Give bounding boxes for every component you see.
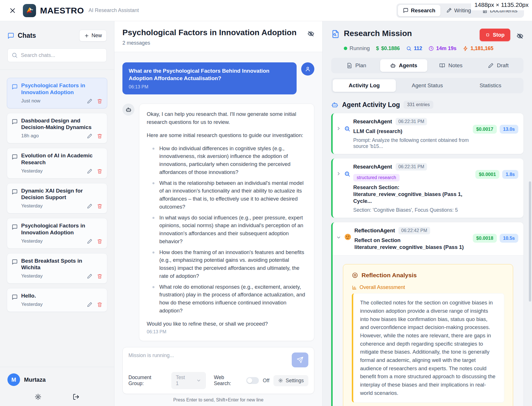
activity-log-list: ResearchAgent 06:22:31 PM LLM Call (rese… xyxy=(323,113,532,406)
entry-title: Research Section: literature_review_cogn… xyxy=(353,184,473,205)
edit-chat-icon[interactable] xyxy=(87,301,92,308)
tab-draft[interactable]: Draft xyxy=(475,59,522,72)
entry-title: Reflect on Section literature_review_cog… xyxy=(354,237,470,251)
agent-name: ReflectionAgent xyxy=(354,227,395,234)
entry-expanded-content: Reflection Analysis Overall Assessment T… xyxy=(333,255,523,406)
app-window: MAESTRO AI Research Assistant Research W… xyxy=(0,0,532,406)
activity-log-header: Agent Activity Log 331 entries xyxy=(323,93,532,113)
delete-chat-icon[interactable] xyxy=(97,133,102,139)
tab-notes[interactable]: Notes xyxy=(427,59,475,72)
new-chat-button[interactable]: New xyxy=(79,30,107,41)
chat-list-item[interactable]: Psychological Factors in Innovation Adop… xyxy=(7,78,107,108)
book-icon xyxy=(439,63,445,68)
web-search-toggle[interactable] xyxy=(246,377,259,384)
document-group-label: Document Group: xyxy=(128,375,167,387)
entry-timestamp: 06:22:31 PM xyxy=(396,118,427,125)
chevron-right-icon[interactable] xyxy=(336,171,341,177)
tab-plan[interactable]: Plan xyxy=(333,59,380,72)
edit-chat-icon[interactable] xyxy=(87,98,92,104)
plus-icon xyxy=(84,33,89,38)
input-hint: Press Enter to send, Shift+Enter for new… xyxy=(122,394,314,404)
entry-detail: Section: 'Cognitive Biases', Focus Quest… xyxy=(353,207,473,213)
bar-chart-icon xyxy=(352,285,357,290)
user-message-bubble: What are the Psychological Factors Behin… xyxy=(122,62,297,94)
hide-panel-icon[interactable] xyxy=(517,31,523,39)
list-item: What role do emotional responses (e.g., … xyxy=(151,283,307,315)
tab-agents[interactable]: Agents xyxy=(380,59,428,72)
user-avatar[interactable]: M xyxy=(7,373,20,386)
user-avatar xyxy=(301,62,314,76)
delete-chat-icon[interactable] xyxy=(97,203,102,209)
list-item: How does the framing of an innovation's … xyxy=(151,248,307,280)
chat-settings-button[interactable]: Settings xyxy=(273,375,308,386)
list-item: In what ways do social influences (e.g.,… xyxy=(151,214,307,245)
overall-assessment-text: The collected notes for the section on c… xyxy=(352,293,504,403)
activity-log-entry[interactable]: ResearchAgent 06:22:31 PM structured res… xyxy=(331,159,523,218)
list-item: What is the relationship between an indi… xyxy=(151,179,307,211)
chat-list-item[interactable]: Hello. Yesterday xyxy=(7,288,107,312)
activity-log-entry-expanded[interactable]: ReflectionAgent 06:22:42 PM Reflect on S… xyxy=(331,222,523,406)
brand-tagline: AI Research Assistant xyxy=(89,7,139,13)
hide-panel-icon[interactable] xyxy=(307,29,314,37)
reflection-analysis-card: Reflection Analysis Overall Assessment T… xyxy=(343,264,513,406)
chat-bubble-icon xyxy=(12,83,18,104)
edit-chat-icon[interactable] xyxy=(87,133,92,139)
chat-bubble-icon xyxy=(12,258,18,280)
delete-chat-icon[interactable] xyxy=(97,301,102,308)
cost-badge: $0.0018 xyxy=(473,234,497,243)
edit-chat-icon[interactable] xyxy=(87,238,92,244)
edit-chat-icon[interactable] xyxy=(87,168,92,174)
maestro-logo-icon xyxy=(23,4,36,17)
delete-chat-icon[interactable] xyxy=(97,273,102,279)
chat-list-item[interactable]: Dynamic XAI Design for Decision Support … xyxy=(7,183,107,214)
entry-detail: Prompt: Analyze the following content ob… xyxy=(353,137,470,149)
gear-icon xyxy=(278,378,283,383)
close-icon[interactable] xyxy=(7,5,18,16)
delete-chat-icon[interactable] xyxy=(97,168,102,174)
user-message: What are the Psychological Factors Behin… xyxy=(122,62,314,94)
document-group-select[interactable]: Test 1 xyxy=(171,372,206,389)
chevron-down-icon[interactable] xyxy=(336,234,341,240)
entry-timestamp: 06:22:42 PM xyxy=(398,227,430,234)
chat-list-item[interactable]: Evolution of AI in Academic Research Yes… xyxy=(7,148,107,179)
delete-chat-icon[interactable] xyxy=(97,98,102,104)
entry-tag-badge: structured research xyxy=(353,174,400,181)
message-list: What are the Psychological Factors Behin… xyxy=(114,52,322,343)
edit-chat-icon[interactable] xyxy=(87,273,92,279)
chat-list-item[interactable]: Dashboard Design and Decision-Making Dyn… xyxy=(7,113,107,144)
message-time: 06:13 PM xyxy=(129,84,290,90)
logout-icon[interactable] xyxy=(73,393,80,400)
settings-gear-icon[interactable] xyxy=(35,393,41,400)
chats-heading: Chats xyxy=(7,32,36,39)
assistant-message: Okay, I can help you research that. I'll… xyxy=(122,104,314,341)
robot-icon xyxy=(331,101,338,108)
subtab-activity-log[interactable]: Activity Log xyxy=(333,79,396,92)
search-icon xyxy=(344,125,350,132)
message-input[interactable] xyxy=(128,352,287,369)
stop-mission-button[interactable]: Stop xyxy=(480,29,510,41)
edit-chat-icon[interactable] xyxy=(87,203,92,209)
tab-research[interactable]: Research xyxy=(398,5,441,16)
tokens-stat: 1,181,165 xyxy=(463,45,493,52)
delete-chat-icon[interactable] xyxy=(97,238,102,244)
agents-subtabs: Activity Log Agent Status Statistics xyxy=(331,78,523,93)
send-button[interactable] xyxy=(292,352,308,367)
chat-input-area: Document Group: Test 1 Web Search: Off S… xyxy=(114,343,322,406)
research-mission-panel: Research Mission Stop Running $ xyxy=(323,21,532,406)
chat-list-item[interactable]: Psychological Factors in Innovation Adop… xyxy=(7,218,107,249)
subtab-statistics[interactable]: Statistics xyxy=(459,79,522,92)
subtab-agent-status[interactable]: Agent Status xyxy=(396,79,459,92)
scrollbar-thumb[interactable] xyxy=(529,181,531,302)
viewport-size-overlay: 1488px × 1135.20px xyxy=(471,0,532,10)
thinking-face-icon xyxy=(344,233,352,241)
activity-log-entry[interactable]: ResearchAgent 06:22:31 PM LLM Call (rese… xyxy=(331,113,523,154)
document-icon xyxy=(346,63,352,68)
pen-icon xyxy=(446,8,452,13)
eye-icon xyxy=(352,272,358,278)
chat-bubble-icon xyxy=(7,32,14,39)
chat-list-item[interactable]: Best Breakfast Spots in Wichita Yesterda… xyxy=(7,253,107,284)
chevron-down-icon xyxy=(196,378,201,383)
cost-badge: $0.0001 xyxy=(475,170,499,179)
chevron-right-icon[interactable] xyxy=(336,125,341,131)
search-chats-input[interactable] xyxy=(7,48,107,62)
